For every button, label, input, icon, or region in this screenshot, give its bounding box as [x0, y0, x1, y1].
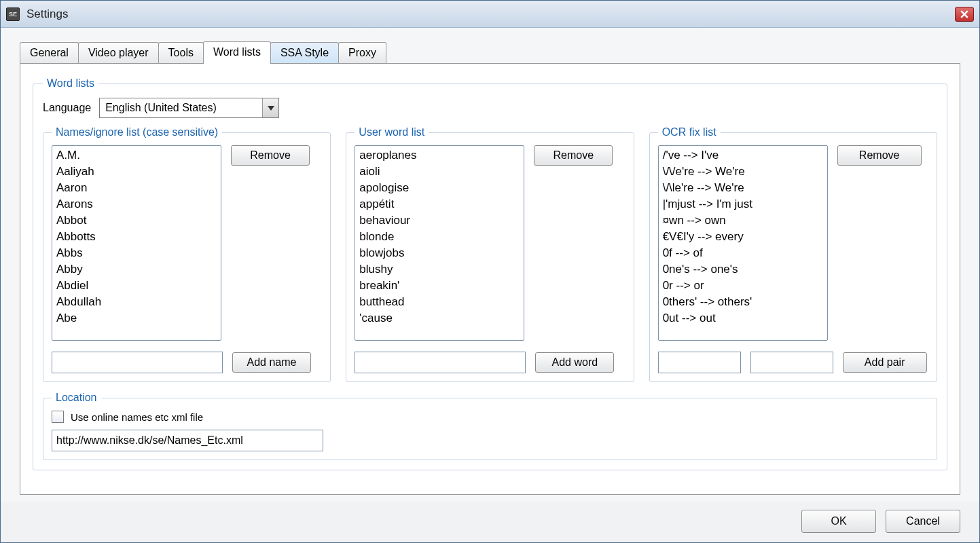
- tab-page-word-lists: Word lists Language English (United Stat…: [20, 63, 960, 495]
- tab-tools[interactable]: Tools: [158, 42, 204, 63]
- window-close-button[interactable]: [955, 7, 974, 22]
- user-remove-button[interactable]: Remove: [534, 145, 613, 166]
- location-legend: Location: [52, 392, 101, 404]
- list-item[interactable]: Aarons: [54, 196, 219, 212]
- titlebar: SE Settings: [1, 1, 979, 28]
- dialog-footer: OK Cancel: [1, 502, 979, 542]
- list-item[interactable]: Aaliyah: [54, 164, 219, 180]
- names-group: Names/ignore list (case sensitive) A.M.A…: [43, 126, 331, 382]
- list-item[interactable]: aeroplanes: [357, 147, 522, 164]
- list-item[interactable]: breakin': [357, 278, 522, 294]
- user-legend: User word list: [355, 126, 429, 138]
- names-add-row: Add name: [52, 352, 322, 373]
- dropdown-icon: [262, 98, 278, 117]
- ocr-group: OCR fix list /'ve --> I've\/\/e're --> W…: [649, 126, 937, 382]
- word-lists-legend: Word lists: [43, 77, 98, 90]
- list-item[interactable]: blonde: [357, 229, 522, 245]
- user-list-row: aeroplanesaioliapologiseappétitbehaviour…: [355, 145, 625, 341]
- list-item[interactable]: 0r --> or: [660, 278, 826, 294]
- location-checkbox-row: Use online names etc xml file: [52, 411, 928, 423]
- user-add-button[interactable]: Add word: [535, 352, 614, 373]
- client-area: General Video player Tools Word lists SS…: [1, 28, 979, 502]
- list-item[interactable]: apologise: [357, 180, 522, 196]
- ocr-add-button[interactable]: Add pair: [843, 352, 927, 373]
- list-item[interactable]: appétit: [357, 196, 522, 212]
- ocr-legend: OCR fix list: [658, 126, 721, 138]
- language-combo[interactable]: English (United States): [99, 98, 279, 118]
- tabs-row: General Video player Tools Word lists SS…: [20, 41, 960, 63]
- list-item[interactable]: /'ve --> I've: [660, 147, 826, 164]
- app-icon: SE: [6, 7, 20, 21]
- ocr-list-row: /'ve --> I've\/\/e're --> We're\/\le're …: [658, 145, 928, 341]
- list-item[interactable]: €V€I'y --> every: [660, 229, 826, 245]
- tab-general[interactable]: General: [20, 42, 79, 63]
- list-item[interactable]: |'mjust --> I'm just: [660, 196, 826, 212]
- list-item[interactable]: ¤wn --> own: [660, 212, 826, 229]
- list-item[interactable]: 0thers' --> others': [660, 294, 826, 310]
- names-add-input[interactable]: [52, 352, 223, 373]
- close-icon: [960, 10, 968, 18]
- list-item[interactable]: Abdullah: [54, 294, 219, 310]
- location-url-input[interactable]: [52, 430, 323, 451]
- list-item[interactable]: aioli: [357, 164, 522, 180]
- ocr-remove-button[interactable]: Remove: [837, 145, 922, 166]
- list-item[interactable]: \/\/e're --> We're: [660, 164, 826, 180]
- names-add-button[interactable]: Add name: [232, 352, 311, 373]
- tab-video-player[interactable]: Video player: [78, 42, 159, 63]
- ok-button[interactable]: OK: [801, 510, 876, 533]
- word-lists-group: Word lists Language English (United Stat…: [33, 77, 947, 470]
- list-item[interactable]: 0f --> of: [660, 245, 826, 261]
- ocr-pair-from-input[interactable]: [658, 352, 741, 373]
- tab-proxy[interactable]: Proxy: [338, 42, 386, 63]
- location-body: Use online names etc xml file: [52, 411, 928, 451]
- language-combo-value: English (United States): [100, 102, 262, 114]
- columns: Names/ignore list (case sensitive) A.M.A…: [43, 126, 937, 382]
- list-item[interactable]: 0ut --> out: [660, 310, 826, 326]
- names-listbox[interactable]: A.M.AaliyahAaronAaronsAbbotAbbottsAbbsAb…: [52, 145, 221, 341]
- list-item[interactable]: Aaron: [54, 180, 219, 196]
- list-item[interactable]: Abbot: [54, 212, 219, 229]
- ocr-add-row: Add pair: [658, 352, 928, 373]
- list-item[interactable]: Abe: [54, 310, 219, 326]
- list-item[interactable]: 0ne's --> one's: [660, 261, 826, 278]
- ocr-column: OCR fix list /'ve --> I've\/\/e're --> W…: [649, 126, 937, 382]
- user-group: User word list aeroplanesaioliapologisea…: [346, 126, 634, 382]
- list-item[interactable]: blushy: [357, 261, 522, 278]
- ocr-listbox[interactable]: /'ve --> I've\/\/e're --> We're\/\le're …: [658, 145, 828, 341]
- names-column: Names/ignore list (case sensitive) A.M.A…: [43, 126, 331, 382]
- ocr-pair-to-input[interactable]: [750, 352, 833, 373]
- list-item[interactable]: Abbotts: [54, 229, 219, 245]
- names-list-row: A.M.AaliyahAaronAaronsAbbotAbbottsAbbsAb…: [52, 145, 322, 341]
- list-item[interactable]: A.M.: [54, 147, 219, 164]
- list-item[interactable]: blowjobs: [357, 245, 522, 261]
- list-item[interactable]: butthead: [357, 294, 522, 310]
- tab-ssa-style[interactable]: SSA Style: [270, 42, 339, 63]
- names-legend: Names/ignore list (case sensitive): [52, 126, 222, 138]
- user-add-row: Add word: [355, 352, 625, 373]
- list-item[interactable]: \/\le're --> We're: [660, 180, 826, 196]
- settings-window: SE Settings General Video player Tools W…: [0, 0, 980, 543]
- use-online-label: Use online names etc xml file: [71, 411, 203, 423]
- use-online-checkbox[interactable]: [52, 411, 64, 423]
- language-label: Language: [43, 102, 91, 114]
- user-add-input[interactable]: [355, 352, 526, 373]
- cancel-button[interactable]: Cancel: [886, 510, 960, 533]
- list-item[interactable]: Abby: [54, 261, 219, 278]
- names-remove-button[interactable]: Remove: [231, 145, 310, 166]
- user-column: User word list aeroplanesaioliapologisea…: [346, 126, 634, 382]
- tab-word-lists[interactable]: Word lists: [203, 41, 271, 64]
- list-item[interactable]: Abbs: [54, 245, 219, 261]
- language-row: Language English (United States): [43, 98, 937, 118]
- list-item[interactable]: Abdiel: [54, 278, 219, 294]
- window-title: Settings: [26, 7, 955, 21]
- list-item[interactable]: 'cause: [357, 310, 522, 326]
- list-item[interactable]: behaviour: [357, 212, 522, 229]
- location-group: Location Use online names etc xml file: [43, 392, 937, 460]
- user-listbox[interactable]: aeroplanesaioliapologiseappétitbehaviour…: [355, 145, 524, 341]
